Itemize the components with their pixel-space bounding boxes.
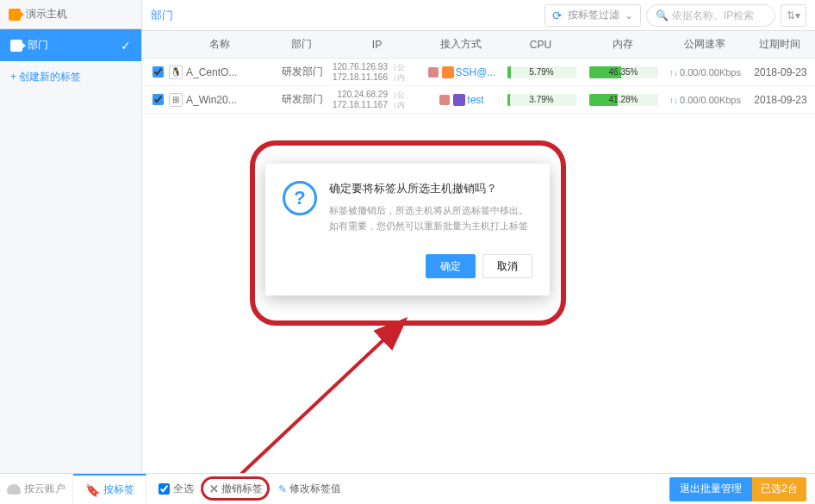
modify-tag-button[interactable]: ✎ 修改标签值 <box>278 482 341 496</box>
edit-icon: ✎ <box>278 483 287 495</box>
dialog-title: 确定要将标签从所选主机撤销吗？ <box>329 181 532 196</box>
cancel-button[interactable]: 取消 <box>482 254 532 278</box>
tab-by-cloud[interactable]: 按云账户 <box>0 474 73 504</box>
annotation-arrow <box>233 310 422 482</box>
exit-batch-button[interactable]: 退出批量管理 <box>669 477 752 501</box>
bottom-bar: 按云账户 🔖 按标签 全选 ✕ 撤销标签 ✎ 修改标签值 退出批量管理 已选2台 <box>0 473 815 504</box>
tab-label: 按标签 <box>103 482 134 497</box>
close-icon: ✕ <box>209 482 219 495</box>
dialog-desc: 标签被撤销后，所选主机将从所选标签中移出。如有需要，您仍然可以重新批量为主机打上… <box>329 203 532 233</box>
select-all-input[interactable] <box>159 483 170 495</box>
svg-line-0 <box>241 336 388 474</box>
tab-label: 按云账户 <box>24 482 65 496</box>
modal-overlay: ? 确定要将标签从所选主机撤销吗？ 标签被撤销后，所选主机将从所选标签中移出。如… <box>0 0 815 504</box>
modify-label: 修改标签值 <box>289 482 341 496</box>
select-all-label: 全选 <box>173 482 194 496</box>
selected-count: 已选2台 <box>752 477 806 501</box>
tab-by-tag[interactable]: 🔖 按标签 <box>73 474 146 504</box>
cloud-icon <box>7 484 21 495</box>
confirm-dialog: ? 确定要将标签从所选主机撤销吗？ 标签被撤销后，所选主机将从所选标签中移出。如… <box>265 164 550 296</box>
revoke-tag-button[interactable]: ✕ 撤销标签 <box>209 482 263 496</box>
select-all-checkbox[interactable]: 全选 <box>159 482 194 496</box>
question-icon: ? <box>283 181 317 215</box>
tag-icon: 🔖 <box>85 483 100 497</box>
ok-button[interactable]: 确定 <box>426 254 476 278</box>
revoke-label: 撤销标签 <box>221 482 263 496</box>
